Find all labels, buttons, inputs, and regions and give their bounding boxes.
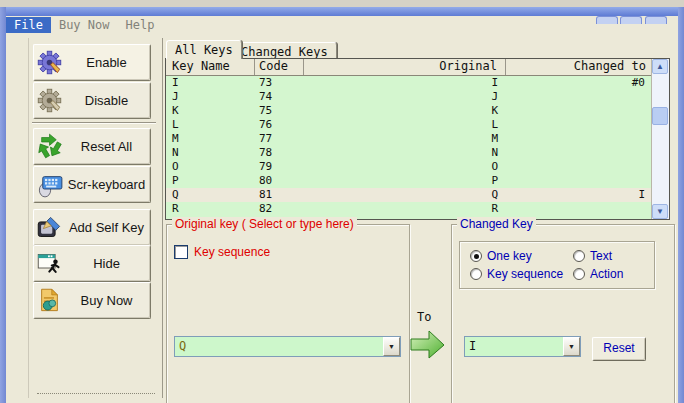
key-table-body: I73I#0J74JK75KL76LM77MN78NO79OP80PQ81QIR…: [166, 76, 652, 219]
column-code[interactable]: Code: [255, 59, 304, 75]
enable-button[interactable]: Enable: [33, 44, 151, 81]
keyboard-mouse-icon: [36, 171, 63, 198]
table-cell: 77: [255, 132, 304, 146]
key-sequence-label: Key sequence: [194, 245, 270, 259]
table-cell: 78: [255, 146, 304, 160]
table-cell: 76: [255, 118, 304, 132]
changed-key-group: Changed Key One keyTextKey sequenceActio…: [451, 224, 675, 403]
table-cell: [506, 132, 650, 146]
table-row[interactable]: K75K: [166, 104, 652, 118]
column-changed-to[interactable]: Changed to: [506, 59, 650, 75]
table-cell: 82: [255, 202, 304, 216]
recycle-icon: [36, 133, 63, 160]
reset-button[interactable]: Reset: [592, 337, 646, 361]
chevron-down-icon[interactable]: ▼: [383, 337, 400, 356]
table-cell: R: [166, 202, 255, 216]
radio-label: One key: [487, 249, 532, 263]
table-cell: 74: [255, 90, 304, 104]
table-row[interactable]: Q81QI: [166, 188, 652, 202]
buy-now-label: Buy Now: [63, 293, 150, 308]
scr-keyboard-label: Scr-keyboard: [63, 177, 150, 192]
table-cell: [506, 104, 650, 118]
scroll-down-icon[interactable]: ▼: [652, 204, 668, 219]
reset-all-button[interactable]: Reset All: [33, 128, 151, 165]
to-arrow-icon: [409, 327, 447, 363]
scroll-up-icon[interactable]: ▲: [652, 59, 668, 74]
to-label: To: [417, 310, 431, 324]
table-row[interactable]: M77M: [166, 132, 652, 146]
buy-now-button[interactable]: Buy Now: [33, 282, 151, 319]
hide-button[interactable]: Hide: [33, 245, 151, 282]
table-row[interactable]: I73I#0: [166, 76, 652, 90]
radio-key-sequence[interactable]: Key sequence: [470, 267, 573, 281]
hide-label: Hide: [63, 256, 150, 271]
table-cell: 80: [255, 174, 304, 188]
changed-key-combobox[interactable]: I ▼: [464, 336, 581, 357]
radio-label: Text: [590, 249, 612, 263]
sidebar-dotted-line: [37, 393, 155, 394]
add-self-key-button[interactable]: Add Self Key: [33, 209, 151, 246]
table-row[interactable]: P80P: [166, 174, 652, 188]
title-bar[interactable]: [0, 7, 684, 16]
table-cell: I: [166, 76, 255, 90]
menu-buy-now[interactable]: Buy Now: [51, 17, 118, 33]
table-row[interactable]: L76L: [166, 118, 652, 132]
radio-text[interactable]: Text: [573, 249, 654, 263]
table-cell: M: [166, 132, 255, 146]
table-cell: 79: [255, 160, 304, 174]
window-top-edge: [0, 0, 684, 7]
table-cell: 73: [255, 76, 304, 90]
changed-key-value[interactable]: I: [465, 337, 563, 356]
reset-all-label: Reset All: [63, 139, 150, 154]
tab-changed-keys[interactable]: Changed Keys: [232, 42, 337, 59]
table-cell: [506, 202, 650, 216]
scrollbar-thumb[interactable]: [652, 107, 668, 125]
table-cell: K: [304, 104, 506, 118]
original-key-combobox[interactable]: Q ▼: [174, 336, 401, 357]
table-cell: M: [304, 132, 506, 146]
table-cell: J: [304, 90, 506, 104]
radio-action[interactable]: Action: [573, 267, 654, 281]
menu-file[interactable]: File: [6, 17, 51, 33]
key-remapper-window: File Buy Now Help Enable: [0, 0, 684, 403]
table-scrollbar[interactable]: ▲ ▼: [651, 59, 669, 219]
table-row[interactable]: O79O: [166, 160, 652, 174]
enable-label: Enable: [63, 55, 150, 70]
window-right-border: [678, 7, 684, 403]
changed-key-type-radios: One keyTextKey sequenceAction: [459, 241, 655, 289]
radio-one-key[interactable]: One key: [470, 249, 573, 263]
radio-dot-icon: [573, 250, 585, 262]
window-run-icon: [36, 250, 63, 277]
key-sequence-checkbox[interactable]: [174, 245, 188, 259]
add-self-key-label: Add Self Key: [63, 220, 150, 235]
tab-all-keys[interactable]: All Keys: [166, 40, 242, 59]
table-cell: N: [304, 146, 506, 160]
original-key-value[interactable]: Q: [175, 337, 383, 356]
sidebar-separator: [32, 122, 156, 124]
radio-dot-icon: [470, 250, 482, 262]
table-row[interactable]: J74J: [166, 90, 652, 104]
disable-button[interactable]: Disable: [33, 82, 151, 119]
table-cell: K: [166, 104, 255, 118]
table-cell: P: [166, 174, 255, 188]
table-cell: N: [166, 146, 255, 160]
column-key-name[interactable]: Key Name: [166, 59, 255, 75]
table-cell: R: [304, 202, 506, 216]
chevron-down-icon[interactable]: ▼: [563, 337, 580, 356]
radio-dot-icon: [573, 268, 585, 280]
table-header: Key Name Code Original Changed to: [166, 59, 652, 76]
scr-keyboard-button[interactable]: Scr-keyboard: [33, 166, 151, 203]
table-cell: 81: [255, 188, 304, 202]
table-cell: L: [166, 118, 255, 132]
table-row[interactable]: R82R: [166, 202, 652, 216]
table-cell: [506, 146, 650, 160]
key-pencil-icon: [36, 214, 63, 241]
key-sequence-row: Key sequence: [174, 245, 270, 259]
table-row[interactable]: N78N: [166, 146, 652, 160]
table-cell: [506, 118, 650, 132]
table-cell: [506, 160, 650, 174]
menu-help[interactable]: Help: [117, 17, 162, 33]
original-key-group-title: Original key ( Select or type here): [172, 217, 357, 231]
column-original[interactable]: Original: [304, 59, 506, 75]
table-cell: P: [304, 174, 506, 188]
